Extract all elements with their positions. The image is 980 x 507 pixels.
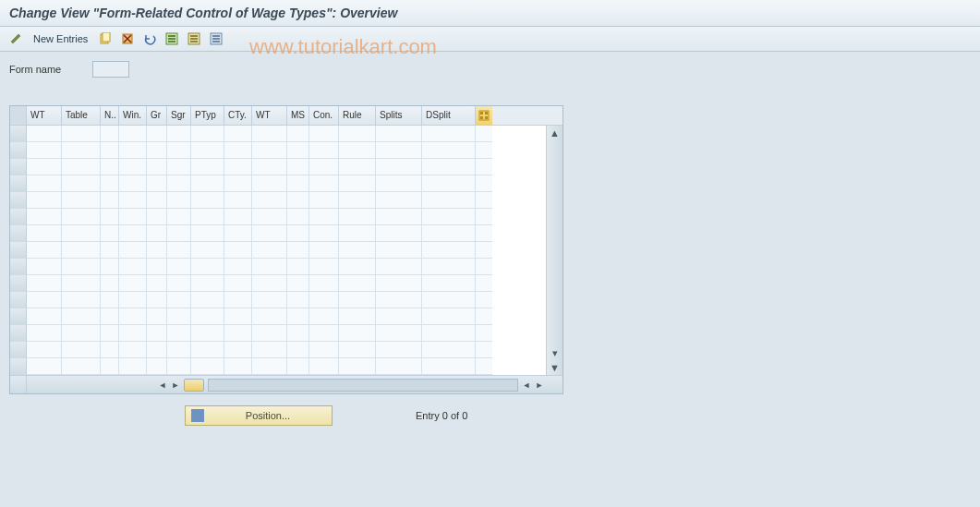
table-cell[interactable] [167,142,191,159]
table-cell[interactable] [252,308,287,325]
table-cell[interactable] [167,225,191,242]
table-cell[interactable] [376,358,422,375]
table-cell[interactable] [101,358,119,375]
table-cell[interactable] [119,325,147,342]
table-cell[interactable] [287,358,309,375]
column-config-icon[interactable] [184,379,204,392]
table-cell[interactable] [376,209,422,225]
table-cell[interactable] [422,209,476,225]
table-cell[interactable] [191,308,224,325]
table-cell[interactable] [119,342,147,358]
table-cell[interactable] [167,259,191,275]
table-cell[interactable] [309,192,339,209]
table-cell[interactable] [147,358,167,375]
table-cell[interactable] [167,209,191,225]
table-cell[interactable] [167,175,191,192]
table-cell[interactable] [62,209,101,225]
table-cell[interactable] [147,159,167,175]
column-header[interactable]: Rule [339,106,376,125]
toggle-display-change-icon[interactable] [7,30,24,47]
table-cell[interactable] [101,192,119,209]
table-cell[interactable] [27,275,62,292]
table-cell[interactable] [339,209,376,225]
table-cell[interactable] [167,308,191,325]
table-cell[interactable] [287,342,309,358]
table-cell[interactable] [339,159,376,175]
table-cell[interactable] [191,209,224,225]
table-cell[interactable] [119,275,147,292]
row-selector[interactable] [10,209,27,225]
column-header[interactable]: Gr [147,106,167,125]
vertical-scrollbar[interactable]: ▲ ▾ ▼ [546,126,563,375]
table-cell[interactable] [191,159,224,175]
position-button[interactable]: Position... [185,405,333,426]
table-cell[interactable] [376,159,422,175]
table-cell[interactable] [287,175,309,192]
table-cell[interactable] [309,126,339,142]
row-selector[interactable] [10,192,27,209]
table-cell[interactable] [422,126,476,142]
table-cell[interactable] [191,292,224,308]
delete-icon[interactable] [119,30,136,47]
table-cell[interactable] [191,175,224,192]
table-cell[interactable] [339,242,376,259]
table-cell[interactable] [422,308,476,325]
table-cell[interactable] [287,292,309,308]
table-cell[interactable] [119,142,147,159]
table-cell[interactable] [376,292,422,308]
table-cell[interactable] [147,175,167,192]
table-cell[interactable] [101,242,119,259]
table-cell[interactable] [339,175,376,192]
table-cell[interactable] [101,325,119,342]
table-cell[interactable] [147,209,167,225]
table-cell[interactable] [27,325,62,342]
undo-icon[interactable] [141,30,158,47]
table-cell[interactable] [224,209,252,225]
table-cell[interactable] [62,126,101,142]
table-cell[interactable] [62,225,101,242]
column-header[interactable]: Table [62,106,101,125]
table-cell[interactable] [252,175,287,192]
table-cell[interactable] [376,275,422,292]
table-cell[interactable] [309,142,339,159]
table-cell[interactable] [252,242,287,259]
table-cell[interactable] [167,192,191,209]
table-cell[interactable] [224,175,252,192]
table-cell[interactable] [62,325,101,342]
table-cell[interactable] [101,209,119,225]
table-cell[interactable] [287,192,309,209]
table-cell[interactable] [62,192,101,209]
row-selector[interactable] [10,325,27,342]
table-cell[interactable] [252,159,287,175]
table-cell[interactable] [62,358,101,375]
table-cell[interactable] [309,242,339,259]
table-cell[interactable] [224,159,252,175]
row-selector[interactable] [10,126,27,142]
column-header[interactable]: WT [27,106,62,125]
table-cell[interactable] [167,342,191,358]
table-cell[interactable] [191,259,224,275]
table-cell[interactable] [27,126,62,142]
table-cell[interactable] [422,342,476,358]
table-cell[interactable] [27,192,62,209]
table-cell[interactable] [339,342,376,358]
table-cell[interactable] [287,159,309,175]
table-cell[interactable] [147,142,167,159]
horizontal-scrollbar[interactable]: ◄ ► ◄ ► [10,375,563,393]
table-cell[interactable] [119,126,147,142]
table-cell[interactable] [287,325,309,342]
table-cell[interactable] [287,308,309,325]
table-cell[interactable] [422,292,476,308]
table-cell[interactable] [191,325,224,342]
table-cell[interactable] [422,225,476,242]
table-cell[interactable] [252,142,287,159]
table-cell[interactable] [224,259,252,275]
table-cell[interactable] [27,358,62,375]
table-cell[interactable] [287,242,309,259]
table-cell[interactable] [224,358,252,375]
table-cell[interactable] [287,126,309,142]
table-cell[interactable] [309,342,339,358]
table-cell[interactable] [224,308,252,325]
table-cell[interactable] [309,358,339,375]
table-cell[interactable] [376,342,422,358]
